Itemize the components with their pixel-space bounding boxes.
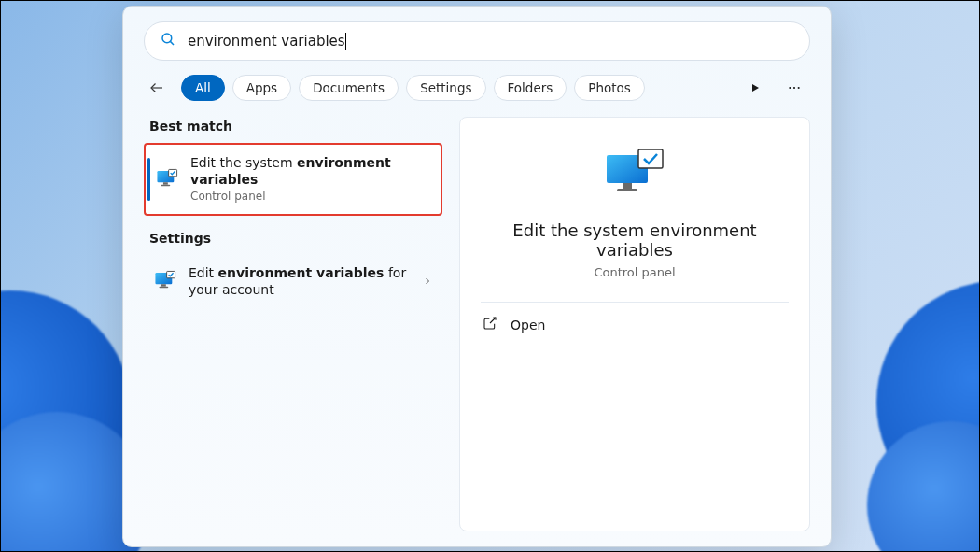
filter-photos[interactable]: Photos <box>574 75 645 101</box>
svg-rect-13 <box>160 287 169 289</box>
svg-point-6 <box>798 87 800 89</box>
svg-marker-3 <box>752 84 759 92</box>
result-best-match[interactable]: Edit the system environment variables Co… <box>144 143 442 216</box>
result-text: Edit environment variables for your acco… <box>189 264 411 298</box>
more-horizontal-icon <box>787 80 802 95</box>
preview-subtitle: Control panel <box>481 265 789 279</box>
svg-rect-16 <box>623 183 632 189</box>
preview-icon <box>481 146 789 202</box>
result-text: Edit the system environment variables Co… <box>190 154 431 205</box>
best-match-header: Best match <box>144 117 442 143</box>
results-column: Best match Edit the system environment v… <box>144 117 442 531</box>
start-search-panel: environment variables All Apps Documents… <box>122 6 832 547</box>
back-arrow-icon <box>148 79 165 96</box>
svg-rect-18 <box>638 149 663 168</box>
more-options-button[interactable] <box>778 74 810 102</box>
svg-point-0 <box>162 34 172 43</box>
svg-point-5 <box>793 87 795 89</box>
monitor-settings-icon <box>155 167 179 191</box>
play-icon <box>749 82 761 93</box>
search-icon <box>160 31 176 51</box>
chevron-right-icon <box>422 273 433 290</box>
monitor-settings-icon <box>153 269 177 293</box>
filter-row: All Apps Documents Settings Folders Phot… <box>144 74 810 102</box>
filter-settings[interactable]: Settings <box>406 75 485 101</box>
text-caret <box>345 33 346 50</box>
play-button[interactable] <box>739 74 771 102</box>
svg-rect-17 <box>617 189 637 191</box>
filter-all[interactable]: All <box>181 75 225 101</box>
search-box[interactable]: environment variables <box>144 21 810 61</box>
action-open[interactable]: Open <box>481 303 789 347</box>
filter-documents[interactable]: Documents <box>299 75 399 101</box>
action-open-label: Open <box>511 318 545 333</box>
preview-pane: Edit the system environment variables Co… <box>459 117 810 531</box>
preview-title: Edit the system environment variables <box>481 220 789 260</box>
svg-line-1 <box>170 41 174 45</box>
svg-rect-12 <box>161 284 166 286</box>
svg-point-4 <box>789 87 791 89</box>
svg-rect-8 <box>163 182 168 184</box>
filter-folders[interactable]: Folders <box>494 75 567 101</box>
search-query-text: environment variables <box>188 33 345 50</box>
settings-section-header: Settings <box>144 229 442 255</box>
filter-apps[interactable]: Apps <box>232 75 291 101</box>
back-button[interactable] <box>144 75 170 101</box>
open-external-icon <box>483 316 497 333</box>
svg-rect-9 <box>161 185 171 187</box>
result-settings-item[interactable]: Edit environment variables for your acco… <box>144 255 442 307</box>
